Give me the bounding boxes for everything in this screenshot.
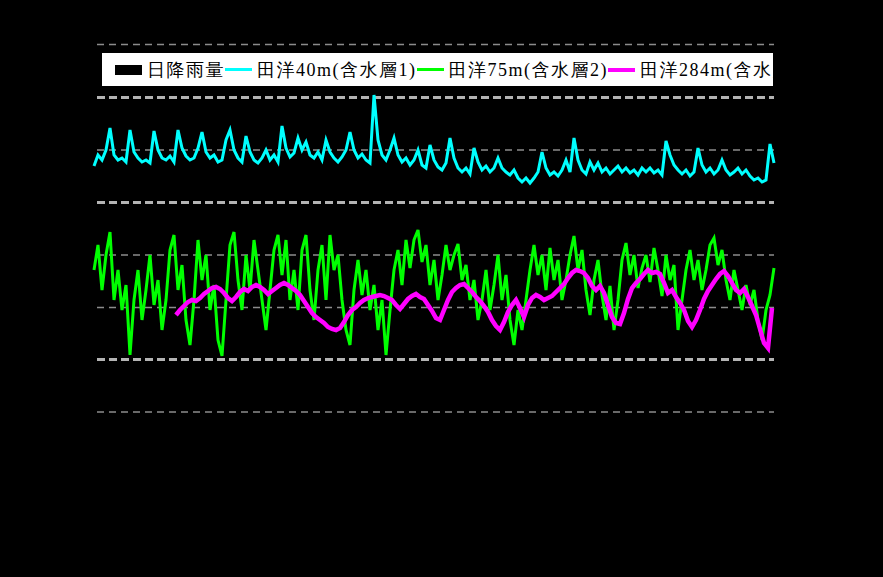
line-swatch-well-75m bbox=[417, 68, 444, 71]
chart: 日降雨量 田洋40m(含水層1) 田洋75m(含水層2) 田洋284m(含水層4… bbox=[0, 0, 883, 577]
legend: 日降雨量 田洋40m(含水層1) 田洋75m(含水層2) 田洋284m(含水層4… bbox=[100, 51, 775, 88]
legend-item-well-40m: 田洋40m(含水層1) bbox=[225, 61, 417, 79]
series-田洋40m(含水層1) bbox=[94, 95, 774, 183]
legend-label-well-284m: 田洋284m(含水層4) bbox=[640, 61, 810, 79]
rainfall-bar-swatch bbox=[115, 65, 142, 75]
legend-label-rainfall: 日降雨量 bbox=[147, 61, 225, 79]
line-swatch-well-284m bbox=[608, 68, 635, 72]
legend-label-well-75m: 田洋75m(含水層2) bbox=[449, 61, 609, 79]
legend-label-well-40m: 田洋40m(含水層1) bbox=[257, 61, 417, 79]
legend-item-well-284m: 田洋284m(含水層4) bbox=[608, 61, 810, 79]
legend-item-well-75m: 田洋75m(含水層2) bbox=[417, 61, 609, 79]
legend-item-rainfall: 日降雨量 bbox=[115, 61, 225, 79]
line-swatch-well-40m bbox=[225, 68, 252, 71]
